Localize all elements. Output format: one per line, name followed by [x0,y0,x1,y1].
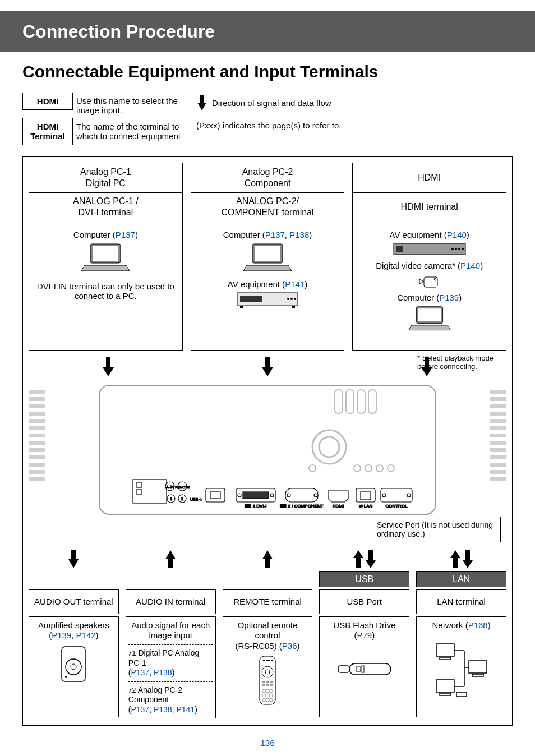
col1-title-l1: Analog PC-1 [80,167,131,178]
svg-text:A-IN: A-IN [166,485,174,489]
svg-rect-3 [255,246,280,261]
legend-direction-text: Direction of signal and data flow [212,98,331,108]
comma: , [149,705,154,714]
paren: ) [195,705,197,714]
camera-icon [418,274,441,289]
audio-in-terminal: AUDIO IN terminal [126,589,216,614]
svg-rect-69 [263,660,265,661]
svg-point-8 [294,298,296,300]
svg-rect-103 [456,692,467,697]
svg-rect-98 [440,693,451,695]
page-ref-link[interactable]: P138 [154,668,172,677]
col1-eq-text: Computer ( [73,230,116,239]
legend-box-input: HDMI [22,93,73,110]
col3-eq-text: AV equipment ( [390,230,447,239]
col3-equipment: AV equipment (P140) Digital video camera… [352,222,506,351]
lan-terminal: LAN terminal [416,589,506,614]
projector-icon: A-IN REMOTE 1 2 USB ⬌ ⌨ 1 DVI-I [88,380,447,525]
svg-rect-96 [472,674,483,676]
col1-title: Analog PC-1 Digital PC [29,163,183,193]
col2-title-l2: Component [245,178,291,189]
svg-point-6 [287,298,289,300]
svg-point-54 [314,494,317,497]
vent-right-icon [490,390,506,491]
page-ref-link[interactable]: P137 [265,230,285,239]
svg-rect-11 [394,243,465,255]
page-ref-link[interactable]: P141 [285,279,305,289]
music-note-icon: ♪1 [128,649,136,657]
col3-title: HDMI [352,163,506,193]
page-ref-link[interactable]: P139 [439,293,459,302]
laptop-icon [407,306,452,333]
remote-detail: Optional remote control (RS-RC05) (P36) [223,616,313,717]
legend-box-terminal-l1: HDMI [37,122,58,131]
col2-term-l2: COMPONENT terminal [221,207,313,218]
page-ref-link[interactable]: P140 [447,230,467,239]
svg-point-62 [407,494,411,497]
col3-eq-text-b: ) [467,230,469,239]
lan-header: LAN [416,571,506,587]
page-ref-link[interactable]: P140 [460,261,480,270]
col3-eq2-text: Digital video camera* ( [376,261,460,270]
audio-out-detail: Amplified speakers (P139, P142) [29,616,119,717]
laptop-icon [242,243,293,274]
svg-text:HDMI: HDMI [333,504,344,509]
comma: , [285,230,289,239]
page-ref-link[interactable]: P36 [282,641,297,651]
comma: , [149,668,154,677]
arrow-up-icon [261,550,274,568]
svg-rect-48 [243,492,269,499]
svg-rect-89 [349,663,391,675]
col1-note: DVI-I IN terminal can only be used to co… [31,282,180,301]
av-equipment-icon [393,243,466,257]
remote-control-icon [256,655,279,706]
audio-in-body: Audio signal for each image input [128,620,213,642]
svg-point-16 [462,248,464,250]
usb-drive-icon [334,658,395,680]
page-ref-link[interactable]: P79 [357,630,372,640]
playback-note: * Select playback mode before connecting… [417,354,510,371]
page-ref-link[interactable]: P142 [76,630,96,640]
page-ref-link[interactable]: P138 [154,705,172,714]
svg-rect-77 [262,684,265,686]
svg-rect-1 [93,246,118,261]
page-ref-link[interactable]: P139 [52,630,71,640]
page-ref-link[interactable]: P168 [468,620,488,630]
audio-in-detail: Audio signal for each image input ♪1 Dig… [126,616,216,719]
section-title: Connectable Equipment and Input Terminal… [22,62,513,81]
usb-header: USB [319,571,409,587]
svg-text:1: 1 [170,497,172,501]
network-icon [431,639,492,701]
svg-point-67 [65,676,67,678]
svg-point-15 [458,248,460,250]
paren: ) [96,630,99,640]
laptop-icon [80,243,131,274]
page-ref-link[interactable]: P138 [289,230,309,239]
col3-eq3-text-b: ) [459,293,462,302]
svg-point-53 [287,494,290,497]
page-header: Connection Procedure [0,11,535,52]
av-equipment-icon [237,292,298,309]
col2-eq-text: Computer ( [223,230,265,239]
page-ref-link[interactable]: P141 [176,705,195,714]
legend-box-terminal: HDMI Terminal [22,118,73,145]
col2-eq2-text: AV equipment ( [228,279,285,289]
svg-rect-58 [361,492,371,500]
usb-port: USB Port [319,589,409,614]
page-number: 136 [22,738,513,748]
paren: ) [297,641,300,651]
paren: ) [372,630,375,640]
arrow-down-icon [196,95,207,110]
page-ref-link[interactable]: P137 [131,668,149,677]
legend-page-ref-text: (Pxxx) indicates the page(s) to refer to… [196,121,513,130]
page-ref-link[interactable]: P137 [131,705,149,714]
page-ref-link[interactable]: P137 [116,230,135,239]
projector-area: A-IN REMOTE 1 2 USB ⬌ ⌨ 1 DVI-I [29,380,506,542]
paren: ) [488,620,491,630]
svg-point-50 [270,494,274,497]
col2-eq2-text-b: ) [305,279,307,289]
svg-rect-17 [424,277,437,287]
col2-title: Analog PC-2 Component [191,163,345,193]
arrow-down-icon [261,357,274,376]
audio-in-sub2: Analog PC-2 Component [128,685,182,704]
